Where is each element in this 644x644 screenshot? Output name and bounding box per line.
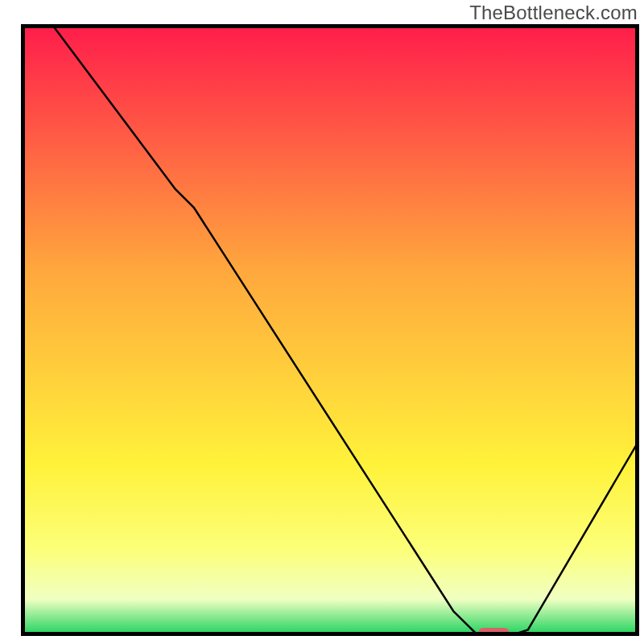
plot-border-bottom xyxy=(21,632,639,636)
gradient-background xyxy=(21,24,639,636)
plot-area xyxy=(21,24,639,636)
watermark-text: TheBottleneck.com xyxy=(469,2,638,24)
plot-border-left xyxy=(21,24,25,636)
chart-container: TheBottleneck.com xyxy=(0,0,644,644)
plot-border-top xyxy=(21,24,639,28)
plot-border-right xyxy=(635,24,639,636)
